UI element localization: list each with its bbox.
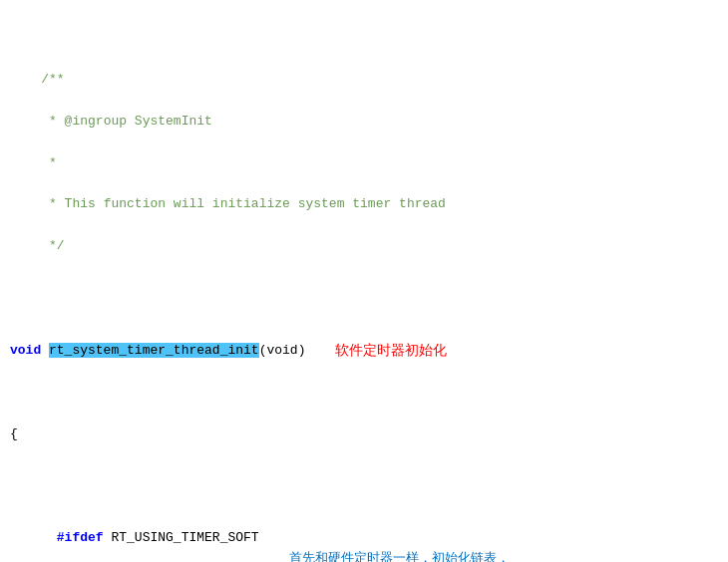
comment-5: */ [41, 238, 64, 253]
open-brace: { [10, 424, 718, 445]
ifdef-rest: RT_USING_TIMER_SOFT [104, 530, 259, 545]
annotation-title: 软件定时器初始化 [335, 340, 447, 362]
function-params: (void) [259, 343, 306, 358]
annotation-block-1: 首先和硬件定时器一样，初始化链表， 软件定时器和硬件定时器通过不同的链表来管理 [269, 507, 718, 562]
comment-2: * @ingroup SystemInit [41, 114, 212, 129]
comment-block: /** * @ingroup SystemInit * * This funct… [10, 50, 718, 278]
annotation-line-1: 首先和硬件定时器一样，初始化链表， [289, 548, 718, 562]
comment-4: * This function will initialize system t… [41, 196, 446, 211]
ifdef-keyword: #ifdef [57, 530, 104, 545]
function-declaration-line: void rt_system_timer_thread_init(void) 软… [10, 340, 718, 362]
function-name: rt_system_timer_thread_init [49, 343, 259, 358]
void-keyword: void [10, 343, 49, 358]
comment-1: /** [41, 72, 64, 87]
ifdef-annotation-row: #ifdef RT_USING_TIMER_SOFT int i; 首先和硬件定… [10, 507, 718, 562]
code-container: /** * @ingroup SystemInit * * This funct… [10, 8, 718, 562]
ifdef-code: #ifdef RT_USING_TIMER_SOFT int i; [10, 507, 269, 562]
comment-3: * [41, 155, 57, 170]
